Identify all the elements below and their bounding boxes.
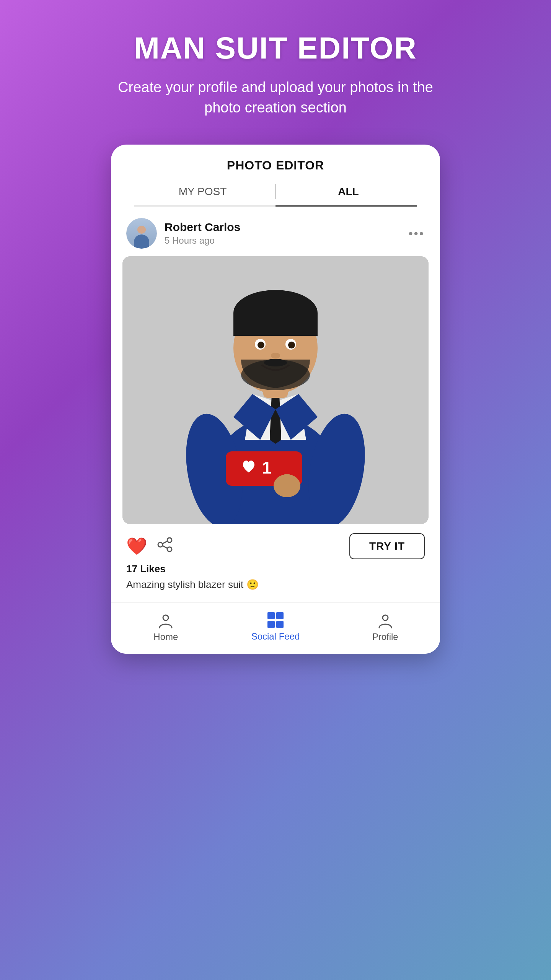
tab-my-post[interactable]: MY POST [134, 186, 271, 204]
svg-line-26 [163, 541, 168, 544]
svg-marker-5 [270, 394, 281, 444]
svg-rect-22 [282, 474, 292, 497]
svg-point-24 [167, 547, 172, 552]
svg-point-16 [271, 353, 280, 359]
more-options-icon[interactable]: ••• [408, 226, 425, 241]
post-username: Robert Carlos [165, 221, 240, 234]
post-caption: Amazing stylish blazer suit 🙂 [111, 579, 440, 602]
nav-label-home: Home [153, 632, 178, 642]
svg-rect-11 [233, 313, 318, 336]
profile-icon [377, 612, 394, 628]
post-likes: 17 Likes [111, 563, 440, 575]
svg-point-14 [258, 342, 264, 348]
tab-underline-container [134, 205, 417, 207]
post-header: Robert Carlos 5 Hours ago ••• [111, 207, 440, 256]
tabs-container: MY POST ALL [111, 173, 440, 205]
avatar-body [134, 234, 149, 249]
app-title: MAN SUIT EDITOR [134, 31, 417, 66]
tab-divider [275, 184, 276, 199]
svg-line-27 [163, 545, 168, 548]
svg-point-25 [158, 542, 163, 547]
like-button[interactable]: ❤️ [126, 536, 147, 556]
avatar-person [132, 226, 151, 249]
post-time: 5 Hours ago [165, 235, 240, 246]
tab-underline [276, 205, 417, 207]
bottom-nav: Home Social Feed Profile [111, 602, 440, 654]
home-icon [157, 612, 174, 628]
try-it-button[interactable]: TRY IT [349, 533, 425, 559]
avatar [126, 218, 157, 249]
nav-item-home[interactable]: Home [111, 612, 221, 642]
action-icons: ❤️ [126, 536, 173, 557]
post-user-info: Robert Carlos 5 Hours ago [165, 221, 240, 246]
share-button[interactable] [156, 536, 173, 557]
nav-label-profile: Profile [372, 632, 398, 642]
svg-text:1: 1 [262, 458, 271, 477]
social-feed-icon [267, 612, 284, 628]
svg-point-23 [167, 538, 172, 542]
card-title: PHOTO EDITOR [227, 158, 324, 172]
svg-point-18 [264, 359, 287, 366]
avatar-head [137, 226, 146, 234]
man-illustration: 1 [122, 256, 429, 524]
svg-point-29 [383, 615, 388, 620]
nav-item-social-feed[interactable]: Social Feed [221, 612, 331, 642]
svg-point-15 [288, 342, 295, 348]
post-actions: ❤️ TRY IT [111, 524, 440, 563]
card-header: PHOTO EDITOR [111, 145, 440, 173]
svg-point-28 [163, 615, 168, 620]
nav-label-social-feed: Social Feed [251, 631, 300, 642]
post-user: Robert Carlos 5 Hours ago [126, 218, 240, 249]
app-subtitle: Create your profile and upload your phot… [103, 77, 448, 118]
nav-item-profile[interactable]: Profile [330, 612, 440, 642]
avatar-inner [126, 218, 157, 249]
tab-all[interactable]: ALL [280, 186, 417, 204]
post-image: 1 [122, 256, 429, 524]
main-card: PHOTO EDITOR MY POST ALL Robert Carlo [111, 145, 440, 654]
